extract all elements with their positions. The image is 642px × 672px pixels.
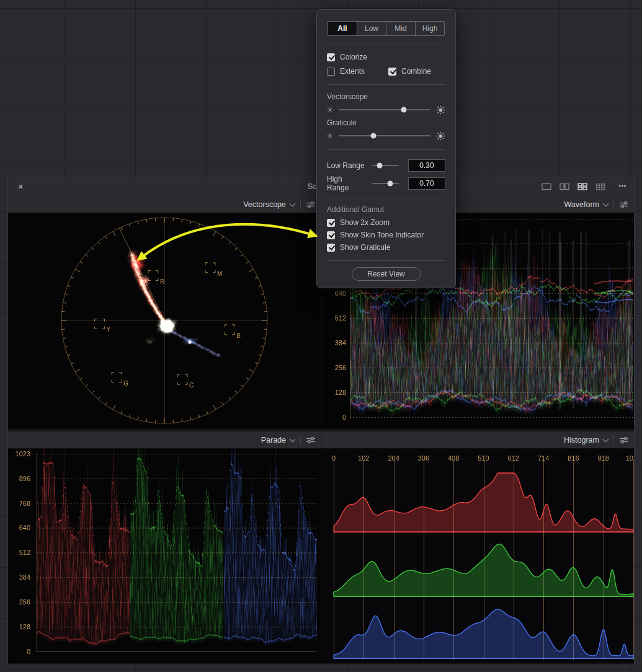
high-range-slider[interactable] [372,183,399,184]
layout-quad-button[interactable] [577,183,587,190]
high-range-value[interactable]: 0.70 [408,177,445,190]
histogram-header: Histogram [321,431,634,449]
combine-label: Combine [401,67,431,76]
sliders-icon [620,201,628,208]
slider-knob[interactable] [387,181,393,187]
parade-panel: 10238967686405123842561280 [8,449,321,663]
scope-settings-popup: All Low Mid High Colorize Extents Combin… [316,9,456,288]
tab-low[interactable]: Low [357,22,386,35]
high-range-label: High Range [327,175,365,192]
histogram-panel: 01022043064085106127148169181023 [321,449,634,663]
graticule-brightness-slider[interactable] [339,135,430,136]
waveform-selector[interactable]: Waveform [564,200,609,209]
sliders-icon [306,436,315,444]
colorize-label: Colorize [340,53,367,61]
tab-high[interactable]: High [415,22,444,35]
parade-header: Parade [8,431,321,449]
separator [327,198,445,198]
slider-knob[interactable] [401,107,407,113]
separator [613,200,614,209]
histogram-selector[interactable]: Histogram [564,436,608,444]
chevron-down-icon [290,200,296,206]
sliders-icon [620,436,628,444]
show-skin-tone-indicator-checkbox[interactable] [327,231,335,239]
graticule-brightness-label: Graticule [327,118,445,127]
brightness-min-icon [327,107,333,113]
colorize-checkbox[interactable] [327,53,335,61]
layout-grid-button[interactable] [595,183,605,190]
low-range-label: Low Range [327,161,365,170]
parade-canvas[interactable] [8,449,321,663]
histogram-canvas[interactable] [321,449,634,663]
panel-title: Vectorscope [243,200,286,209]
vectorscope-selector[interactable]: Vectorscope [243,200,295,209]
combine-checkbox[interactable] [388,68,396,76]
chevron-down-icon [290,436,296,442]
layout-single-button[interactable] [542,183,551,190]
low-range-slider[interactable] [372,165,399,166]
panel-title: Waveform [564,200,600,209]
tab-all[interactable]: All [328,22,357,35]
vectorscope-panel [8,213,321,429]
layout-two-up-button[interactable] [560,183,569,190]
layout-switcher [542,183,605,190]
reset-view-button[interactable]: Reset View [352,267,421,281]
separator [300,436,301,444]
sliders-icon [306,201,315,208]
extents-checkbox[interactable] [327,68,335,76]
panel-title: Parade [261,436,286,444]
vectorscope-settings-button[interactable] [306,201,315,208]
slider-knob[interactable] [371,133,377,139]
vectorscope-brightness-label: Vectorscope [327,92,445,101]
desktop-background: { "popup": { "tabs": {"items": ["All", "… [0,0,642,672]
chevron-down-icon [603,200,609,206]
brightness-max-icon [436,105,445,115]
parade-settings-button[interactable] [306,436,315,444]
separator [327,84,445,85]
brightness-max-icon [436,131,445,141]
histogram-settings-button[interactable] [620,436,628,444]
slider-knob[interactable] [377,163,383,169]
tab-mid[interactable]: Mid [386,22,415,35]
show-2x-zoom-checkbox[interactable] [327,219,335,227]
separator [327,149,445,150]
range-tabs: All Low Mid High [328,21,445,36]
show-2x-zoom-label: Show 2x Zoom [340,218,390,227]
separator [327,260,445,261]
more-options-button[interactable]: ••• [619,183,626,189]
vectorscope-header: Vectorscope [8,196,321,213]
parade-selector[interactable]: Parade [261,436,295,444]
separator [613,436,614,444]
extents-label: Extents [340,67,383,76]
low-range-value[interactable]: 0.30 [408,159,445,172]
show-graticule-checkbox[interactable] [327,244,335,252]
show-skin-tone-indicator-label: Show Skin Tone Indicator [340,231,424,239]
separator [327,45,445,45]
vectorscope-brightness-slider[interactable] [339,109,430,110]
panel-title: Histogram [564,436,599,444]
brightness-min-icon [327,133,333,139]
vectorscope-canvas[interactable] [8,213,321,429]
additional-gamut-title: Additional Gamut [327,205,445,214]
separator [300,200,301,209]
show-graticule-label: Show Graticule [340,243,390,252]
waveform-settings-button[interactable] [620,201,628,208]
chevron-down-icon [603,436,609,442]
